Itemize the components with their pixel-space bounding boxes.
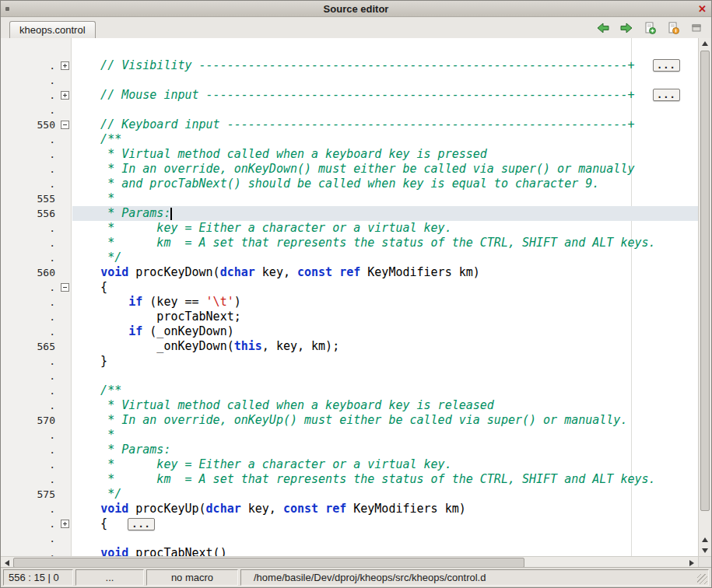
line-number: .: [1, 236, 57, 250]
code-line[interactable]: .: [1, 103, 699, 117]
code-line[interactable]: . * km = A set that represents the statu…: [1, 472, 699, 487]
vertical-scroll-thumb[interactable]: [700, 51, 710, 511]
code-line[interactable]: . * km = A set that represents the statu…: [1, 236, 699, 250]
code-text: * Virtual method called when a keyboard …: [72, 147, 699, 162]
code-line[interactable]: .: [1, 369, 699, 383]
fold-collapse-icon[interactable]: [61, 283, 69, 292]
fold-column[interactable]: [57, 516, 72, 531]
code-line[interactable]: . void procKeyUp(dchar key, const ref Ke…: [1, 502, 699, 516]
line-number: .: [1, 177, 57, 191]
toolbar-icons: [595, 21, 711, 38]
fold-expand-icon[interactable]: [61, 61, 69, 70]
code-text: * key = Either a character or a virtual …: [72, 221, 699, 236]
code-line[interactable]: . * key = Either a character or a virtua…: [1, 221, 699, 236]
file-path-text: /home/basile/Dev/dproj/kheops/src/kheops…: [254, 572, 486, 583]
code-line[interactable]: .: [1, 73, 699, 88]
code-line[interactable]: . {...: [1, 516, 699, 531]
fold-column: [57, 177, 72, 191]
code-line[interactable]: 556 * Params:: [1, 206, 699, 221]
line-number: .: [1, 162, 57, 177]
code-line[interactable]: . * key = Either a character or a virtua…: [1, 457, 699, 472]
code-line[interactable]: 550 // Keyboard input ------------------…: [1, 117, 699, 132]
fold-column: [57, 383, 72, 398]
code-line[interactable]: 575 */: [1, 487, 699, 502]
fold-column: [57, 191, 72, 206]
source-editor-window: Source editor ✕ kheops.control .: [0, 0, 712, 588]
fold-column[interactable]: [57, 117, 72, 132]
code-line[interactable]: . * Virtual method called when a keyboar…: [1, 147, 699, 162]
fold-column: [57, 73, 72, 88]
next-location-icon[interactable]: [619, 21, 634, 35]
fold-expand-icon[interactable]: [61, 520, 69, 528]
code-text: * Params:: [72, 206, 699, 221]
code-line[interactable]: 560 void procKeyDown(dchar key, const re…: [1, 265, 699, 280]
code-line[interactable]: . * Virtual method called when a keyboar…: [1, 398, 699, 413]
line-number: .: [1, 147, 57, 162]
code-text: void procTabNext(): [72, 546, 699, 556]
code-line[interactable]: . * Params:: [1, 443, 699, 457]
fold-column: [57, 443, 72, 457]
code-line[interactable]: . * In an override, onKeyDown() must eit…: [1, 162, 699, 177]
detach-editor-icon[interactable]: [689, 21, 704, 35]
editor-area[interactable]: . // Visibility ------------------------…: [1, 38, 711, 556]
code-line[interactable]: . procTabNext;: [1, 310, 699, 324]
fold-column: [57, 369, 72, 383]
line-number: .: [1, 132, 57, 147]
collapsed-fold-hint[interactable]: ...: [128, 518, 155, 530]
line-number: .: [1, 502, 57, 516]
code-line[interactable]: 565 _onKeyDown(this, key, km);: [1, 339, 699, 354]
code-text: * In an override, onKeyUp() must either …: [72, 413, 699, 428]
scroll-up-icon[interactable]: [699, 38, 711, 49]
fold-column: [57, 472, 72, 487]
code-line[interactable]: . if (key == '\t'): [1, 295, 699, 310]
code-line[interactable]: . // Visibility ------------------------…: [1, 58, 699, 73]
line-number: .: [1, 516, 57, 531]
code-text: {...: [72, 516, 699, 531]
code-text: * In an override, onKeyDown() must eithe…: [72, 162, 699, 177]
code-line[interactable]: . /**: [1, 383, 699, 398]
line-number: .: [1, 354, 57, 369]
code-line[interactable]: . void procTabNext(): [1, 546, 699, 556]
status-bar: 556 : 15 | 0 ... no macro /home/basile/D…: [1, 567, 711, 587]
fold-expand-icon[interactable]: [61, 91, 69, 100]
code-line[interactable]: .: [1, 531, 699, 546]
fold-column[interactable]: [57, 88, 72, 103]
document-add-icon[interactable]: [642, 21, 658, 35]
fold-column: [57, 206, 72, 221]
line-number: 560: [1, 265, 57, 280]
collapsed-fold-hint[interactable]: ...: [653, 59, 680, 72]
code-line[interactable]: . }: [1, 354, 699, 369]
close-icon[interactable]: ✕: [698, 3, 707, 15]
resize-grip[interactable]: [697, 574, 707, 584]
code-line[interactable]: . * and procTabNext() should be called w…: [1, 177, 699, 191]
line-number: .: [1, 383, 57, 398]
fold-collapse-icon[interactable]: [61, 121, 69, 129]
fold-column: [57, 339, 72, 354]
code-line[interactable]: . *: [1, 428, 699, 443]
previous-location-icon[interactable]: [595, 21, 611, 35]
fold-column[interactable]: [57, 58, 72, 73]
fold-column: [57, 546, 72, 556]
tab-kheops-control[interactable]: kheops.control: [9, 21, 96, 38]
code-line[interactable]: 555 *: [1, 191, 699, 206]
code-text: void procKeyDown(dchar key, const ref Ke…: [72, 265, 699, 280]
code-text: // Visibility --------------------------…: [72, 58, 699, 73]
fold-column[interactable]: [57, 280, 72, 295]
scroll-up-icon-bottom[interactable]: [699, 534, 711, 545]
line-number: 575: [1, 487, 57, 502]
code-line[interactable]: . */: [1, 250, 699, 265]
code-line[interactable]: . /**: [1, 132, 699, 147]
line-number: 550: [1, 117, 57, 132]
code-text: if (_onKeyDown): [72, 324, 699, 339]
code-line[interactable]: 570 * In an override, onKeyUp() must eit…: [1, 413, 699, 428]
code-line[interactable]: . // Mouse input -----------------------…: [1, 88, 699, 103]
code-line[interactable]: . {: [1, 280, 699, 295]
document-save-icon[interactable]: [665, 21, 681, 35]
scroll-down-icon[interactable]: [699, 545, 711, 556]
vertical-scrollbar[interactable]: [698, 38, 711, 556]
status-hint: ...: [75, 569, 144, 586]
code-text: void procKeyUp(dchar key, const ref KeyM…: [72, 502, 699, 516]
fold-column: [57, 413, 72, 428]
collapsed-fold-hint[interactable]: ...: [653, 89, 680, 101]
code-line[interactable]: . if (_onKeyDown): [1, 324, 699, 339]
